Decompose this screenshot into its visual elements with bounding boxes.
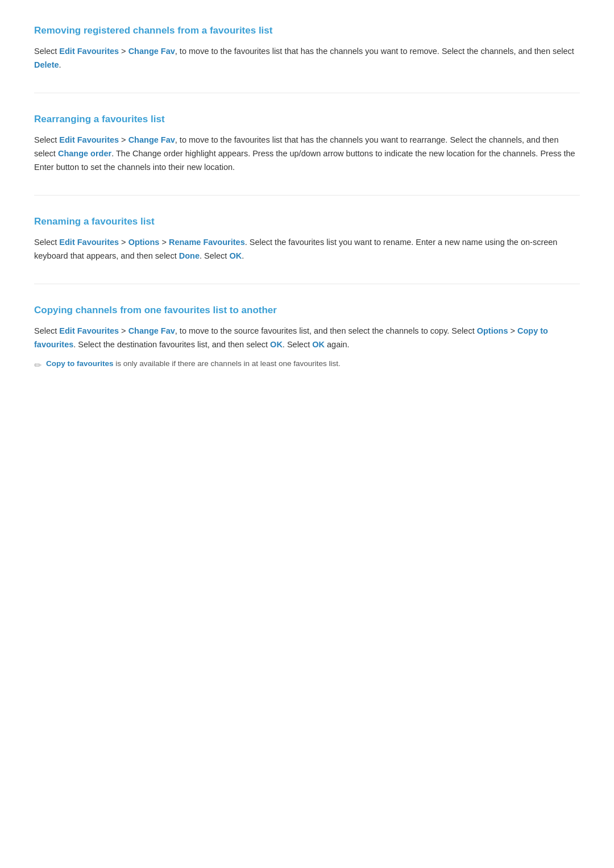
section-removing: Removing registered channels from a favo…: [34, 23, 580, 72]
section-body-copying: Select Edit Favourites > Change Fav, to …: [34, 325, 580, 352]
note-text: Copy to favourites is only available if …: [46, 358, 341, 370]
inline-highlight: Options: [477, 326, 508, 335]
section-title-removing: Removing registered channels from a favo…: [34, 23, 580, 38]
inline-highlight: Edit Favourites: [59, 135, 119, 144]
section-title-rearranging: Rearranging a favourites list: [34, 111, 580, 127]
inline-highlight: Change Fav: [128, 135, 175, 144]
section-title-renaming: Renaming a favourites list: [34, 214, 580, 229]
section-body-rearranging: Select Edit Favourites > Change Fav, to …: [34, 134, 580, 175]
section-rearranging: Rearranging a favourites listSelect Edit…: [34, 111, 580, 175]
section-renaming: Renaming a favourites listSelect Edit Fa…: [34, 214, 580, 263]
section-body-renaming: Select Edit Favourites > Options > Renam…: [34, 236, 580, 263]
inline-highlight: Done: [179, 251, 200, 260]
inline-highlight: Change Fav: [128, 47, 175, 56]
inline-highlight: Edit Favourites: [59, 47, 119, 56]
inline-highlight: Edit Favourites: [59, 326, 119, 335]
section-divider: [34, 284, 580, 284]
section-title-copying: Copying channels from one favourites lis…: [34, 302, 580, 318]
inline-highlight: Edit Favourites: [59, 238, 119, 247]
inline-highlight: Change Fav: [128, 326, 175, 335]
inline-highlight: Delete: [34, 60, 59, 69]
pencil-icon: ✏: [34, 358, 42, 373]
section-divider: [34, 195, 580, 196]
inline-highlight: Change order: [58, 149, 111, 158]
section-copying: Copying channels from one favourites lis…: [34, 302, 580, 373]
inline-highlight: OK: [312, 340, 325, 349]
page-content: Removing registered channels from a favo…: [34, 23, 580, 373]
inline-highlight: Options: [128, 238, 160, 247]
section-body-removing: Select Edit Favourites > Change Fav, to …: [34, 45, 580, 72]
inline-highlight: OK: [229, 251, 242, 260]
inline-highlight: Rename Favourites: [169, 238, 245, 247]
note-highlight: Copy to favourites: [46, 359, 114, 368]
section-divider: [34, 93, 580, 93]
note-block: ✏Copy to favourites is only available if…: [34, 358, 580, 373]
inline-highlight: OK: [270, 340, 283, 349]
